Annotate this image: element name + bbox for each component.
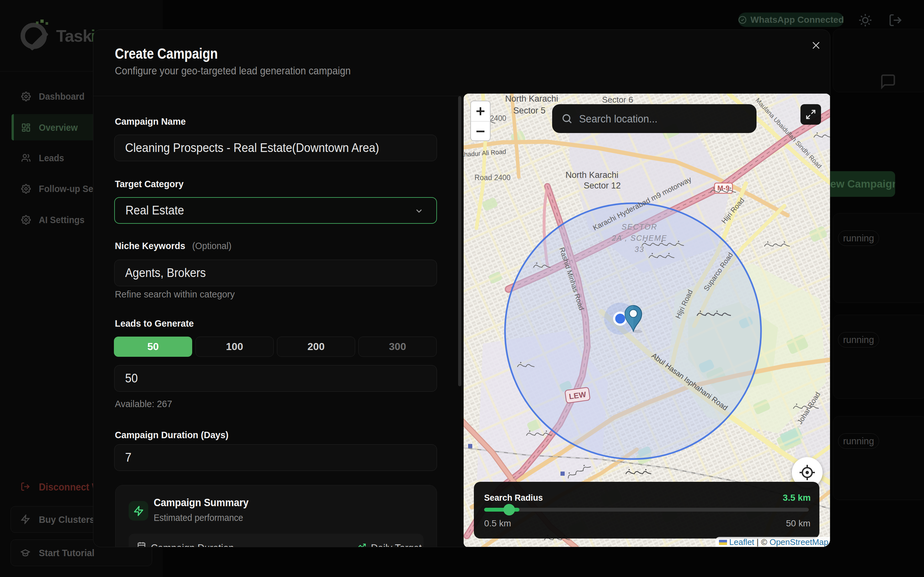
svg-text:Sector 6: Sector 6 xyxy=(602,95,633,105)
svg-text:Sector 5: Sector 5 xyxy=(513,106,546,115)
svg-text:SECTOR: SECTOR xyxy=(622,222,657,231)
svg-text:Sector 12: Sector 12 xyxy=(583,181,621,190)
svg-text:North Karachi: North Karachi xyxy=(505,94,558,103)
svg-text:33: 33 xyxy=(635,245,645,253)
svg-text:Road 2400: Road 2400 xyxy=(475,173,511,182)
svg-text:Task: Task xyxy=(56,27,92,45)
svg-text:North Karachi: North Karachi xyxy=(565,170,618,180)
svg-text:2A , SCHEME: 2A , SCHEME xyxy=(611,234,667,242)
